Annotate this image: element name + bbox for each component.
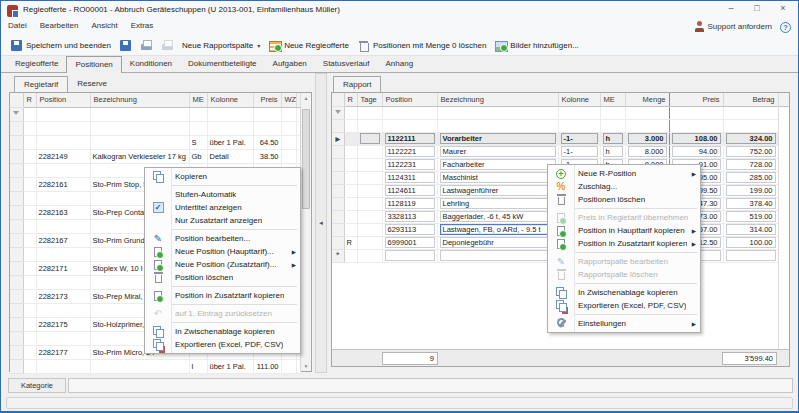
cell-wz[interactable] [281, 107, 296, 121]
cell-bezeichnung[interactable]: Lehrling [437, 197, 558, 210]
cell-r[interactable] [344, 223, 357, 236]
tab-regieofferte[interactable]: Regieofferte [7, 56, 66, 72]
toolbar-button-neue-regieofferte[interactable]: Neue Regieofferte [264, 37, 353, 54]
cell-r[interactable] [23, 247, 36, 261]
column-header-wz[interactable]: WZ [281, 93, 296, 107]
cell-tage[interactable] [357, 119, 382, 132]
row-header-cell[interactable] [332, 145, 344, 158]
cell-position[interactable] [36, 135, 90, 149]
cell-preis[interactable] [253, 121, 281, 135]
cell-wz[interactable] [281, 135, 296, 149]
row-header-cell[interactable] [332, 236, 344, 249]
cell-me[interactable] [600, 119, 625, 132]
cell-position[interactable] [36, 359, 90, 373]
cell-kolonne[interactable] [207, 107, 253, 121]
cell-bezeichnung[interactable]: Lastwagenführer [437, 184, 558, 197]
cell-wz[interactable] [281, 121, 296, 135]
cell-r[interactable] [23, 233, 36, 247]
row-header-cell[interactable] [10, 247, 23, 261]
row-header-cell[interactable] [10, 345, 23, 359]
menu-item-in-zwischenablage-kopieren[interactable]: In Zwischenablage kopieren [145, 325, 300, 338]
cell-bezeichnung[interactable]: Kalkogran Verkieseler 17 kg [90, 149, 189, 163]
cell-bezeichnung[interactable]: Maurer [437, 145, 558, 158]
panel-splitter[interactable]: ◄ [315, 73, 327, 373]
cell-betrag[interactable]: 314.00 [723, 223, 778, 236]
row-header-cell[interactable]: * [332, 249, 344, 262]
cell-betrag[interactable]: 752.00 [723, 145, 778, 158]
cell-r[interactable] [23, 275, 36, 289]
cell-position[interactable]: 2282173 [36, 289, 90, 303]
column-header-r[interactable]: R [344, 93, 357, 106]
cell-tage[interactable] [357, 249, 382, 262]
cell-kolonne[interactable]: Detail [207, 149, 253, 163]
column-header-preis[interactable]: Preis [253, 93, 281, 107]
cell-box[interactable]: Vorarbeiter [440, 133, 556, 144]
cell-box[interactable]: Maurer [440, 146, 556, 157]
menu-item-untertitel-anzeigen[interactable]: ✓Untertitel anzeigen [145, 201, 300, 214]
filter-row[interactable] [332, 106, 778, 119]
cell-tage[interactable] [357, 184, 382, 197]
scrollbar-thumb[interactable] [302, 109, 310, 209]
cell-tage[interactable] [357, 236, 382, 249]
cell-r[interactable] [344, 249, 357, 262]
table-row[interactable]: ▶1122111Vorarbeiter-1-h3.000108.00324.00 [332, 132, 778, 145]
cell-betrag[interactable]: 324.00 [723, 132, 778, 145]
cell-box[interactable]: 728.00 [726, 159, 776, 170]
menu-item-exportieren-excel-pdf-csv[interactable]: Exportieren (Excel, PDF, CSV) [548, 299, 700, 312]
cell-box[interactable]: 314.00 [726, 224, 776, 235]
cell-betrag[interactable] [723, 119, 778, 132]
row-header-cell[interactable] [10, 261, 23, 275]
row-header-cell[interactable] [10, 303, 23, 317]
cell-position[interactable] [382, 119, 437, 132]
cell-box[interactable]: 94.00 [672, 146, 721, 157]
cell-menge[interactable]: 8.000 [625, 145, 669, 158]
cell-bezeichnung[interactable] [90, 359, 189, 373]
row-header-cell[interactable] [10, 163, 23, 177]
cell-r[interactable] [344, 184, 357, 197]
cell-position[interactable]: 2282163 [36, 205, 90, 219]
cell-box[interactable] [360, 133, 380, 144]
cell-box[interactable]: 519.00 [726, 211, 776, 222]
cell-r[interactable] [344, 171, 357, 184]
cell-r[interactable] [23, 331, 36, 345]
cell-position[interactable] [382, 106, 437, 119]
cell-preis[interactable]: 94.00 [669, 145, 723, 158]
cell-betrag[interactable]: 100.00 [723, 236, 778, 249]
kategorie-field[interactable] [68, 378, 793, 393]
cell-r[interactable] [344, 145, 357, 158]
cell-box[interactable]: Lehrling [440, 198, 556, 209]
cell-position[interactable]: 2282177 [36, 345, 90, 359]
row-header-cell[interactable] [10, 317, 23, 331]
cell-position[interactable] [36, 191, 90, 205]
cell-r[interactable] [23, 135, 36, 149]
close-button[interactable]: × [770, 1, 796, 17]
cell-tage[interactable] [357, 145, 382, 158]
cell-box[interactable]: Baggerlader, -6 t, 45 kW [440, 211, 556, 222]
cell-preis[interactable]: 108.00 [669, 132, 723, 145]
cell-position[interactable]: 3328113 [382, 210, 437, 223]
cell-r[interactable] [344, 197, 357, 210]
cell-position[interactable]: 1122221 [382, 145, 437, 158]
column-header-bezeichnung[interactable]: Bezeichnung [437, 93, 558, 106]
cell-box[interactable]: Lastwagenführer [440, 185, 556, 196]
cell-betrag[interactable]: 378.40 [723, 197, 778, 210]
row-header-cell[interactable] [332, 184, 344, 197]
cell-position[interactable] [36, 303, 90, 317]
cell-position[interactable]: 2282161 [36, 177, 90, 191]
cell-bezeichnung[interactable] [90, 121, 189, 135]
cell-position[interactable]: 6999001 [382, 236, 437, 249]
menu-item-neue-position-zusatztarif[interactable]: Neue Position (Zusatztarif)...▶ [145, 258, 300, 271]
cell-box[interactable]: -1- [561, 133, 598, 144]
row-header-cell[interactable] [10, 205, 23, 219]
cell-tage[interactable] [357, 132, 382, 145]
cell-tage[interactable] [357, 210, 382, 223]
cell-me[interactable]: l [189, 359, 207, 373]
cell-me[interactable] [600, 106, 625, 119]
row-header-cell[interactable] [10, 219, 23, 233]
cell-box[interactable]: 3.000 [628, 133, 667, 144]
cell-box[interactable]: 1124611 [385, 185, 435, 196]
cell-box[interactable]: Deponiegebühr [440, 237, 556, 248]
cell-position[interactable]: 1122111 [382, 132, 437, 145]
cell-box[interactable]: Facharbeiter [440, 159, 556, 170]
menubar-item-datei[interactable]: Datei [8, 21, 27, 30]
